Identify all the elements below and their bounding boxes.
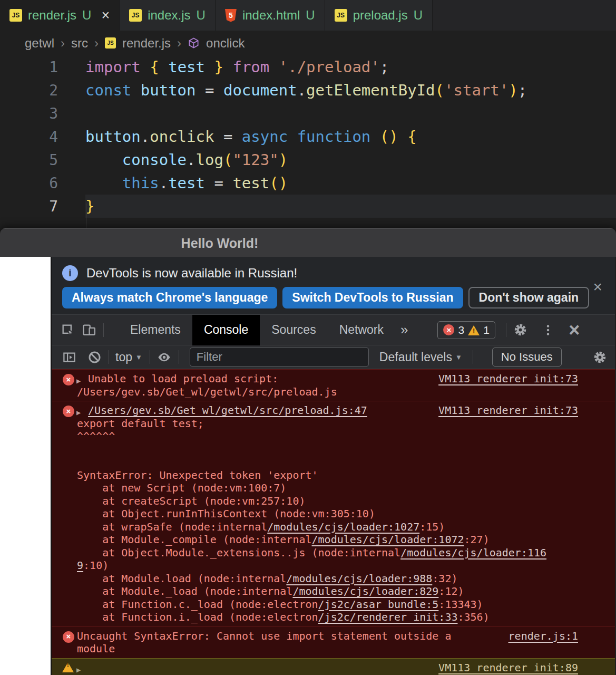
devtools-tab-network[interactable]: Network [328,315,395,345]
log-levels-dropdown[interactable]: Default levels [378,350,464,364]
js-file-icon [129,9,142,22]
token: ) [279,151,288,169]
device-toolbar-icon[interactable] [80,321,98,339]
console-text: :13343) [438,598,483,611]
info-icon [62,265,78,281]
match-language-button[interactable]: Always match Chrome's language [62,287,277,308]
close-notification-icon[interactable] [593,278,602,296]
console-status-badge[interactable]: 3 1 [437,321,495,339]
editor-tab-preload.js[interactable]: preload.jsU [325,0,433,31]
settings-gear-icon[interactable] [512,321,530,339]
git-status-badge: U [82,8,91,23]
console-link[interactable]: 9 [77,559,83,572]
git-status-badge: U [197,8,206,23]
console-link[interactable]: /modules/cjs/loader:116 [400,546,546,559]
token: 'start' [444,81,509,99]
source-location-link[interactable]: VM113 renderer_init:73 [438,404,578,417]
console-line: at createScript (node:vm:257:10) [77,495,578,508]
token: log [196,151,223,169]
token: button [141,81,196,99]
error-count: 3 [458,324,464,336]
code-text: import { test } from './preload'; [85,55,616,79]
code-lines: 1import { test } from './preload';2const… [0,55,616,218]
warning-count: 1 [483,324,490,336]
token: async [242,128,288,146]
window-titlebar[interactable]: Hello World! [0,228,616,257]
token: this [122,174,159,192]
breadcrumb-chevron-icon [94,36,99,51]
breadcrumb-item[interactable]: getwl [25,36,54,51]
more-options-icon[interactable] [539,321,557,339]
expand-arrow-icon[interactable] [76,374,81,388]
console-link[interactable]: /modules/cjs/loader:829 [292,585,438,597]
line-number: 4 [0,128,58,146]
console-line: at Module._load (node:internal/modules/c… [77,585,578,598]
inspect-element-icon[interactable] [59,321,77,339]
console-sidebar-icon[interactable] [60,348,78,366]
devtools-tab-console[interactable]: Console [192,315,260,345]
notification-text: DevTools is now available in Russian! [86,266,297,281]
switch-russian-button[interactable]: Switch DevTools to Russian [282,287,463,308]
devtools-panel: DevTools is now available in Russian! Al… [52,257,615,675]
console-line: at Function.i._load (node:electron/js2c/… [77,611,578,624]
close-devtools-icon[interactable]: × [565,321,583,339]
token: test [232,174,269,192]
token: } [85,197,94,215]
window-content: DevTools is now available in Russian! Al… [0,257,616,675]
git-status-badge: U [306,8,315,23]
console-settings-gear-icon[interactable] [591,348,609,366]
token: onclick [150,128,214,146]
console-line: at Module.load (node:internal/modules/cj… [77,572,578,585]
live-expression-eye-icon[interactable] [155,348,173,366]
console-link[interactable]: /modules/cjs/loader:988 [286,572,432,585]
context-selector[interactable]: top [115,350,132,364]
code-editor[interactable]: 1import { test } from './preload';2const… [0,55,616,218]
devtools-tab-sources[interactable]: Sources [260,315,327,345]
console-error-row: /Users/gev.sb/Get_wl/getwl/src/preload.j… [52,401,615,626]
breadcrumb-item[interactable]: render.js [122,36,171,51]
filter-input[interactable] [190,348,369,367]
expand-arrow-icon[interactable] [76,663,81,675]
token: ( [223,151,232,169]
console-link[interactable]: /js2c/asar_bundle:5 [318,598,439,611]
close-tab-icon[interactable] [101,8,110,23]
source-location-link[interactable]: VM113 renderer_init:73 [438,372,578,385]
console-line: 9:10) [77,559,578,572]
console-link[interactable]: /Users/gev.sb/Get_wl/getwl/src/preload.j… [88,404,367,417]
token: test [168,58,205,76]
console-link[interactable]: /js2c/renderer_init:33 [318,611,458,623]
devtools-tab-elements[interactable]: Elements [119,315,192,345]
html-file-icon [225,9,237,22]
tab-label: index.html [242,8,300,23]
editor-tab-index.html[interactable]: index.htmlU [216,0,325,31]
token [205,58,214,76]
dont-show-again-button[interactable]: Don't show again [468,287,589,308]
console-line: SyntaxError: Unexpected token 'export' [77,469,578,482]
app-page-area[interactable] [0,257,52,675]
breadcrumb-item[interactable]: onclick [206,36,245,51]
token [288,128,297,146]
console-link[interactable]: /modules/cjs/loader:1027 [267,520,419,533]
token: from [232,58,269,76]
token: ) [509,81,517,99]
console-text: Unable to load preload script: [88,372,278,385]
expand-arrow-icon[interactable] [76,406,81,419]
line-number: 3 [0,105,58,122]
console-line [77,443,578,456]
breadcrumb-item[interactable]: src [71,36,88,51]
editor-tab-render.js[interactable]: render.jsU [0,0,120,31]
console-warning-row: VM113 renderer_init:89 [52,658,615,675]
source-location-link[interactable]: render.js:1 [509,630,578,643]
console-link[interactable]: /modules/cjs/loader:1072 [312,533,464,546]
console-line: at Object.runInThisContext (node:vm:305:… [77,507,578,520]
console-text: ^^^^^^ [77,430,115,442]
line-number: 6 [0,175,58,192]
console-text: :32) [432,572,457,585]
console-line: at Module._compile (node:internal/module… [77,533,578,546]
clear-console-icon[interactable] [85,348,103,366]
token: function [297,128,371,146]
more-tabs-icon[interactable] [395,322,413,338]
editor-tab-index.js[interactable]: index.jsU [120,0,216,31]
source-location-link[interactable]: VM113 renderer_init:89 [438,661,578,674]
no-issues-button[interactable]: No Issues [492,348,562,367]
